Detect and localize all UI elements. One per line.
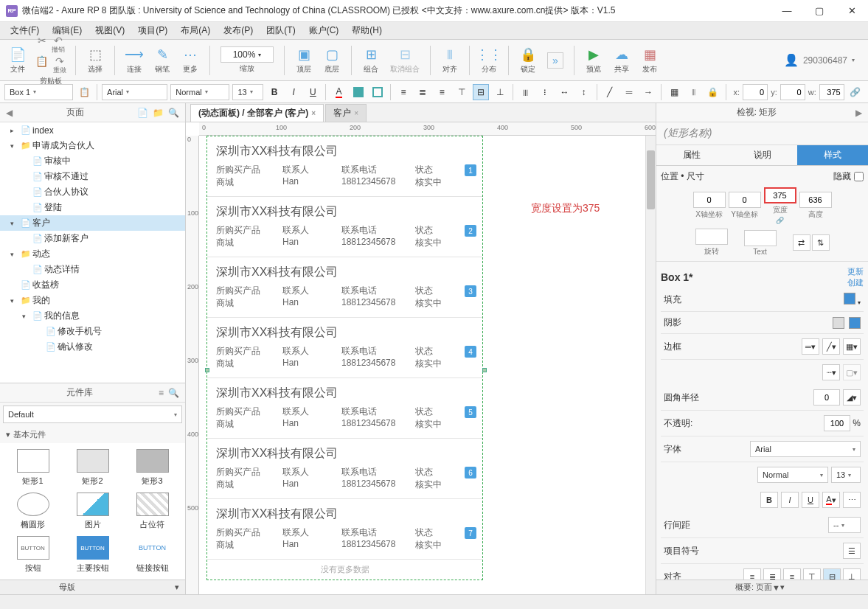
- x-pos-input[interactable]: [693, 192, 726, 208]
- x-input[interactable]: [743, 84, 768, 100]
- radius-corners-button[interactable]: ◢▾: [843, 389, 861, 406]
- library-section-header[interactable]: ▾基本元件: [0, 426, 185, 443]
- design-surface[interactable]: 深圳市XX科技有限公司所购买产品联系人联系电话状态商城Han1881234567…: [206, 136, 483, 580]
- customer-card[interactable]: 深圳市XX科技有限公司所购买产品联系人联系电话状态商城Han1881234567…: [207, 318, 482, 378]
- add-page-icon[interactable]: 📄: [137, 108, 148, 118]
- font-size-inspector[interactable]: 13▾: [831, 467, 861, 483]
- cut-button[interactable]: ✂: [36, 35, 48, 55]
- align-right-button[interactable]: ≡: [434, 84, 450, 100]
- pen-button[interactable]: ✎钢笔: [150, 46, 174, 74]
- border-color-button[interactable]: [369, 84, 386, 100]
- line-style-button[interactable]: ╱: [602, 84, 618, 100]
- font-weight-inspector[interactable]: Normal▾: [757, 467, 828, 483]
- widget-button[interactable]: BUTTON按钮: [6, 536, 60, 574]
- customer-card[interactable]: 深圳市XX科技有限公司所购买产品联系人联系电话状态商城Han1881234567…: [207, 197, 482, 257]
- tree-item[interactable]: 📄收益榜: [0, 277, 185, 293]
- bullets-button[interactable]: ☰: [843, 543, 861, 559]
- lock-position-button[interactable]: 🔒: [704, 84, 721, 100]
- tree-item[interactable]: ▾📁申请成为合伙人: [0, 138, 185, 153]
- selection-handle[interactable]: [205, 368, 209, 372]
- lock-button[interactable]: 🔒锁定: [516, 46, 540, 74]
- user-account[interactable]: 👤290306487▾: [784, 53, 862, 67]
- border-width-button[interactable]: ═▾: [802, 338, 819, 355]
- library-selector[interactable]: Default▾: [3, 406, 182, 423]
- align-button[interactable]: ⫴对齐: [438, 46, 462, 74]
- underline-button[interactable]: U: [305, 84, 321, 100]
- y-pos-input[interactable]: [729, 192, 761, 208]
- preview-button[interactable]: ▶预览: [582, 46, 605, 74]
- close-icon[interactable]: ×: [311, 109, 316, 117]
- tree-item[interactable]: ▸📄index: [0, 122, 185, 138]
- menu-project[interactable]: 项目(P): [132, 23, 173, 38]
- fill-color-swatch[interactable]: [844, 293, 855, 304]
- tree-item[interactable]: 📄确认修改: [0, 339, 185, 355]
- text-more-button[interactable]: ⋯: [843, 492, 861, 508]
- bold-button[interactable]: B: [266, 84, 282, 100]
- menu-view[interactable]: 视图(V): [89, 23, 131, 38]
- tree-item[interactable]: 📄修改手机号: [0, 324, 185, 339]
- widget-ellipse[interactable]: 椭圆形: [6, 493, 60, 530]
- tree-item[interactable]: ▾📁我的: [0, 293, 185, 308]
- height-input[interactable]: [799, 192, 832, 208]
- more-button[interactable]: ⋯更多: [178, 46, 202, 74]
- widget-placeholder[interactable]: 占位符: [125, 493, 179, 530]
- tree-item[interactable]: ▾📁动态: [0, 246, 185, 262]
- font-family-selector[interactable]: Arial▾: [102, 84, 167, 100]
- close-button[interactable]: ✕: [841, 5, 862, 16]
- hide-checkbox[interactable]: [854, 172, 864, 181]
- distribute-button[interactable]: ⋮⋮分布: [477, 46, 501, 74]
- text-rotation-input[interactable]: [744, 230, 777, 246]
- new-file-button[interactable]: 📄文件: [6, 46, 29, 74]
- line-height-input[interactable]: --▾: [828, 517, 861, 533]
- tree-item[interactable]: 📄添加新客户: [0, 231, 185, 246]
- add-folder-icon[interactable]: 📁: [153, 108, 164, 118]
- bring-front-button[interactable]: ▣顶层: [292, 46, 316, 74]
- bold-inspector-button[interactable]: B: [760, 492, 778, 508]
- text-align-left[interactable]: ≡: [743, 568, 761, 580]
- customer-card[interactable]: 深圳市XX科技有限公司所购买产品联系人联系电话状态商城Han1881234567…: [207, 439, 482, 499]
- maximize-button[interactable]: ▢: [809, 5, 830, 16]
- customer-card[interactable]: 深圳市XX科技有限公司所购买产品联系人联系电话状态商城Han1881234567…: [207, 499, 482, 560]
- tree-item[interactable]: 📄审核中: [0, 153, 185, 169]
- tree-item[interactable]: 📄合伙人协议: [0, 184, 185, 200]
- match-height-button[interactable]: ↕: [576, 84, 592, 100]
- valign-bottom-button[interactable]: ⊥: [492, 84, 508, 100]
- share-button[interactable]: ☁共享: [610, 46, 633, 74]
- copy-button[interactable]: 📋: [34, 55, 49, 75]
- text-align-right[interactable]: ≡: [783, 568, 801, 580]
- w-input[interactable]: [819, 84, 844, 100]
- font-family-inspector[interactable]: Arial▾: [750, 441, 861, 457]
- width-input[interactable]: [764, 187, 796, 203]
- lock-ratio-button[interactable]: 🔗: [847, 84, 864, 100]
- radius-input[interactable]: [813, 389, 840, 406]
- undo-button[interactable]: ↶撤销: [50, 35, 66, 55]
- collapse-right-icon[interactable]: ▶: [855, 108, 862, 118]
- style-selector[interactable]: Box 1▾: [4, 84, 73, 100]
- outline-tab[interactable]: 概要: 页面▼▾: [656, 580, 868, 594]
- font-size-selector[interactable]: 13▾: [232, 84, 263, 100]
- text-align-center[interactable]: ≣: [763, 568, 781, 580]
- text-valign-bottom[interactable]: ⊥: [843, 568, 861, 580]
- italic-button[interactable]: I: [285, 84, 302, 100]
- menu-account[interactable]: 账户(C): [303, 23, 345, 38]
- create-style-link[interactable]: 创建: [847, 278, 864, 287]
- border-color-button[interactable]: ╱▾: [822, 338, 840, 355]
- distribute-v-button[interactable]: ⫶: [537, 84, 553, 100]
- search-icon[interactable]: 🔍: [168, 108, 179, 118]
- tree-item[interactable]: ▾📄我的信息: [0, 308, 185, 324]
- customer-card[interactable]: 深圳市XX科技有限公司所购买产品联系人联系电话状态商城Han1881234567…: [207, 136, 482, 197]
- connect-button[interactable]: ⟶连接: [122, 46, 146, 74]
- align-center-button[interactable]: ≣: [414, 84, 431, 100]
- canvas-viewport[interactable]: 深圳市XX科技有限公司所购买产品联系人联系电话状态商城Han1881234567…: [199, 136, 656, 594]
- inner-shadow-swatch[interactable]: [849, 317, 861, 329]
- customer-card[interactable]: 深圳市XX科技有限公司所购买产品联系人联系电话状态商城Han1881234567…: [207, 378, 482, 439]
- underline-inspector-button[interactable]: U: [802, 492, 819, 508]
- fill-color-button[interactable]: [350, 84, 367, 100]
- overflow-button[interactable]: »: [544, 52, 566, 69]
- valign-top-button[interactable]: ⊤: [453, 84, 469, 100]
- tab-style[interactable]: 样式: [797, 145, 868, 165]
- redo-button[interactable]: ↷重做: [52, 55, 68, 75]
- distribute-h-button[interactable]: ⫼: [518, 84, 534, 100]
- arrow-style-button[interactable]: →: [640, 84, 656, 100]
- send-back-button[interactable]: ▢底层: [320, 46, 344, 74]
